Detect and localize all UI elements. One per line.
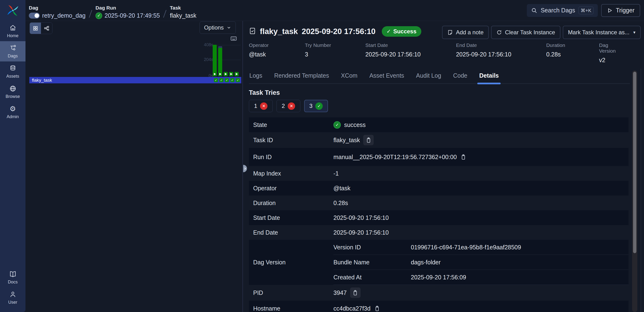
graph-view-button[interactable] — [41, 23, 52, 34]
detail-row-hostname: Hostname cc4dbca27f3d — [249, 300, 628, 312]
sidebar-item-docs[interactable]: Docs — [0, 267, 26, 288]
tab-xcom[interactable]: XCom — [340, 70, 358, 83]
copy-pid-button[interactable] — [350, 288, 360, 298]
details-scrollbar-thumb[interactable] — [633, 72, 636, 253]
sidebar-item-assets[interactable]: Assets — [0, 62, 26, 82]
tab-audit-log[interactable]: Audit Log — [416, 70, 442, 83]
duration-bar[interactable] — [218, 46, 222, 76]
stat-dag-version: v2 — [599, 57, 625, 64]
stat-start-date: 2025-09-20 17:56:10 — [365, 51, 456, 58]
copy-task-id-button[interactable] — [363, 135, 374, 145]
chevron-down-icon — [226, 25, 231, 30]
copy-run-id-button[interactable] — [460, 154, 466, 160]
sidebar-item-admin[interactable]: ⚙ Admin — [0, 102, 26, 122]
search-dags-label: Search Dags — [541, 7, 575, 14]
task-instance-success-square[interactable]: ✓ — [214, 78, 218, 82]
dag-name-link[interactable]: retry_demo_dag — [42, 12, 86, 19]
caret-down-icon: ▾ — [633, 30, 636, 35]
failed-x-icon: ✕ — [288, 102, 295, 110]
airflow-logo[interactable] — [0, 0, 26, 21]
status-badge: ✓ Success — [382, 26, 421, 37]
try-3-button[interactable]: 3 ✓ — [304, 100, 328, 112]
clear-task-instance-button[interactable]: Clear Task Instance — [491, 26, 560, 39]
tab-logs[interactable]: Logs — [249, 70, 263, 83]
end-date-value: 2025-09-20 17:56:10 — [334, 229, 389, 236]
details-scrollbar-track[interactable] — [632, 70, 637, 312]
tab-asset-events[interactable]: Asset Events — [369, 70, 405, 83]
nested-row-bundle-name: Bundle Name dags-folder — [334, 255, 628, 270]
sidebar-item-label: Admin — [7, 114, 19, 119]
state-success-icon: ✓ — [334, 121, 341, 128]
grid-view-button[interactable] — [30, 23, 41, 34]
breadcrumb-separator — [89, 10, 92, 18]
check-icon: ✓ — [386, 28, 391, 34]
add-note-button[interactable]: Add a note — [442, 26, 489, 39]
try-2-button[interactable]: 2 ✕ — [276, 100, 300, 112]
task-instance-success-square[interactable]: ✓ — [230, 78, 234, 82]
breadcrumb-separator — [163, 10, 166, 18]
run-bar-success — [213, 45, 217, 76]
duration-bar[interactable] — [229, 72, 233, 76]
start-date-value: 2025-09-20 17:56:10 — [334, 214, 389, 221]
task-label: Task — [170, 5, 196, 11]
sidebar-item-label: Home — [7, 33, 18, 38]
nested-row-created-at: Created At 2025-09-20 17:56:09 — [334, 270, 628, 285]
queued-duration-cap — [218, 46, 222, 48]
play-icon — [230, 73, 232, 75]
task-instance-details-table: State ✓ success Task ID flaky_task — [249, 118, 628, 312]
trigger-button[interactable]: Trigger — [601, 4, 640, 17]
tab-code[interactable]: Code — [452, 70, 468, 83]
sidebar-bottom: Docs User — [0, 267, 26, 308]
copy-icon — [365, 137, 372, 144]
run-bar-success — [234, 72, 239, 76]
dag-pause-toggle[interactable] — [29, 12, 40, 18]
sidebar-item-user[interactable]: User — [0, 288, 26, 308]
airflow-pinwheel-icon — [6, 4, 19, 17]
tab-details[interactable]: Details — [479, 70, 499, 83]
task-id-value: flaky_task — [334, 137, 360, 144]
task-instance-success-square[interactable]: ✓ — [225, 78, 229, 82]
dags-icon — [9, 44, 16, 52]
task-stats: Operator@task Try Number3 Start Date2025… — [249, 42, 644, 64]
airflow-app: Home Dags Assets Browse ⚙ Admin Doc — [0, 0, 644, 312]
state-value: success — [344, 122, 366, 128]
search-icon — [531, 8, 537, 14]
sidebar-item-home[interactable]: Home — [0, 21, 26, 41]
search-dags-button[interactable]: Search Dags ⌘+K — [527, 4, 598, 17]
mark-task-instance-as-dropdown[interactable]: Mark Task Instance as... ▾ — [563, 26, 641, 39]
dag-run-link[interactable]: 2025-09-20 17:49:55 — [104, 12, 160, 19]
tab-rendered-templates[interactable]: Rendered Templates — [274, 70, 330, 83]
stat-end-date: 2025-09-20 17:56:10 — [456, 51, 546, 58]
dag-label: Dag — [29, 5, 86, 11]
duration-bar[interactable] — [224, 72, 228, 76]
try-1-button[interactable]: 1 ✕ — [249, 100, 273, 112]
duration-bar[interactable] — [234, 72, 239, 76]
panel-border — [641, 68, 641, 312]
detail-row-task-id: Task ID flaky_task — [249, 132, 628, 148]
detail-row-duration: Duration 0.28s — [249, 196, 628, 210]
copy-icon — [374, 305, 380, 312]
task-doc-check-icon — [249, 27, 256, 36]
keyboard-shortcuts-button[interactable] — [230, 35, 237, 43]
operator-value: @task — [334, 185, 350, 192]
task-instance-success-square[interactable]: ✓ — [219, 78, 224, 82]
chevron-right-icon — [244, 167, 247, 170]
duration-value: 0.28s — [334, 200, 348, 206]
copy-hostname-button[interactable] — [374, 305, 380, 312]
sidebar-item-dags[interactable]: Dags — [0, 41, 26, 62]
pid-value: 3947 — [334, 289, 347, 296]
topbar-actions: Search Dags ⌘+K Trigger — [527, 4, 640, 17]
detail-row-dag-version: Dag Version Version ID 01996716-c694-71e… — [249, 240, 628, 285]
duration-bar[interactable] — [213, 45, 217, 76]
options-dropdown[interactable]: Options — [200, 22, 236, 34]
task-instance-success-square[interactable]: ✓ — [236, 78, 240, 82]
grid-panel: Options 408s 204s 0s flaky_task ✓✓✓✓✓ — [26, 21, 243, 312]
copy-icon — [352, 290, 358, 296]
user-icon — [9, 291, 16, 298]
failed-x-icon: ✕ — [260, 102, 268, 110]
detail-row-map-index: Map Index -1 — [249, 166, 628, 181]
dag-run-label: Dag Run — [96, 5, 160, 11]
selected-task-row[interactable]: flaky_task ✓✓✓✓✓ — [29, 77, 241, 83]
sidebar-item-browse[interactable]: Browse — [0, 82, 26, 102]
toggle-knob — [34, 13, 39, 18]
